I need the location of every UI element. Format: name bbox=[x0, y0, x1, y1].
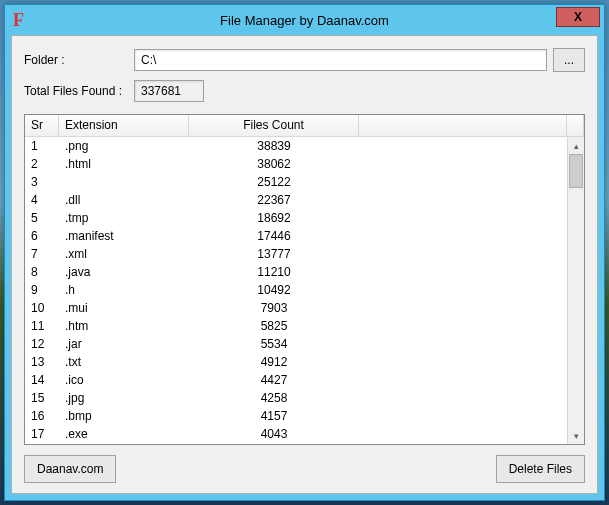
cell-files-count: 11210 bbox=[189, 263, 359, 281]
cell-extension: .tmp bbox=[59, 209, 189, 227]
cell-sr: 11 bbox=[25, 317, 59, 335]
cell-extension: .png bbox=[59, 137, 189, 155]
cell-sr: 4 bbox=[25, 191, 59, 209]
cell-sr: 9 bbox=[25, 281, 59, 299]
table-row[interactable]: 14.ico4427 bbox=[25, 371, 567, 389]
total-row: Total Files Found : 337681 bbox=[24, 80, 585, 102]
cell-extension: .java bbox=[59, 263, 189, 281]
cell-extension: .dll bbox=[59, 191, 189, 209]
cell-extension: .manifest bbox=[59, 227, 189, 245]
table-row[interactable]: 7.xml13777 bbox=[25, 245, 567, 263]
cell-files-count: 5534 bbox=[189, 335, 359, 353]
cell-files-count: 17446 bbox=[189, 227, 359, 245]
cell-files-count: 4427 bbox=[189, 371, 359, 389]
cell-files-count: 10492 bbox=[189, 281, 359, 299]
table-row[interactable]: 4.dll22367 bbox=[25, 191, 567, 209]
cell-files-count: 4258 bbox=[189, 389, 359, 407]
app-icon: F bbox=[13, 10, 33, 30]
titlebar[interactable]: F File Manager by Daanav.com X bbox=[5, 5, 604, 35]
chevron-up-icon: ▴ bbox=[574, 141, 579, 151]
cell-files-count: 22367 bbox=[189, 191, 359, 209]
cell-extension: .htm bbox=[59, 317, 189, 335]
folder-row: Folder : ... bbox=[24, 48, 585, 72]
cell-files-count: 7903 bbox=[189, 299, 359, 317]
cell-files-count: 4043 bbox=[189, 425, 359, 443]
table-row[interactable]: 13.txt4912 bbox=[25, 353, 567, 371]
table-row[interactable]: 17.exe4043 bbox=[25, 425, 567, 443]
cell-files-count: 18692 bbox=[189, 209, 359, 227]
bottom-bar: Daanav.com Delete Files bbox=[24, 455, 585, 483]
column-header-files-count[interactable]: Files Count bbox=[189, 115, 359, 136]
cell-files-count: 38839 bbox=[189, 137, 359, 155]
cell-extension: .ico bbox=[59, 371, 189, 389]
table-row[interactable]: 325122 bbox=[25, 173, 567, 191]
cell-files-count: 4912 bbox=[189, 353, 359, 371]
cell-sr: 16 bbox=[25, 407, 59, 425]
cell-extension: .bmp bbox=[59, 407, 189, 425]
cell-sr: 15 bbox=[25, 389, 59, 407]
table-row[interactable]: 10.mui7903 bbox=[25, 299, 567, 317]
scroll-up-button[interactable]: ▴ bbox=[568, 137, 584, 154]
listview-body: 1.png388392.html380623251224.dll223675.t… bbox=[25, 137, 584, 444]
table-row[interactable]: 8.java11210 bbox=[25, 263, 567, 281]
cell-extension: .html bbox=[59, 155, 189, 173]
cell-files-count: 25122 bbox=[189, 173, 359, 191]
table-row[interactable]: 15.jpg4258 bbox=[25, 389, 567, 407]
cell-sr: 14 bbox=[25, 371, 59, 389]
listview-header: Sr Extension Files Count bbox=[25, 115, 584, 137]
table-row[interactable]: 5.tmp18692 bbox=[25, 209, 567, 227]
table-row[interactable]: 11.htm5825 bbox=[25, 317, 567, 335]
total-files-value: 337681 bbox=[134, 80, 204, 102]
cell-extension: .txt bbox=[59, 353, 189, 371]
cell-sr: 3 bbox=[25, 173, 59, 191]
cell-sr: 7 bbox=[25, 245, 59, 263]
total-files-label: Total Files Found : bbox=[24, 84, 134, 98]
table-row[interactable]: 1.png38839 bbox=[25, 137, 567, 155]
column-header-extension[interactable]: Extension bbox=[59, 115, 189, 136]
table-row[interactable]: 6.manifest17446 bbox=[25, 227, 567, 245]
column-header-scroll-gap bbox=[567, 115, 584, 136]
cell-files-count: 13777 bbox=[189, 245, 359, 263]
cell-sr: 13 bbox=[25, 353, 59, 371]
browse-button[interactable]: ... bbox=[553, 48, 585, 72]
app-window: F File Manager by Daanav.com X Folder : … bbox=[4, 4, 605, 501]
column-header-sr[interactable]: Sr bbox=[25, 115, 59, 136]
cell-files-count: 5825 bbox=[189, 317, 359, 335]
cell-sr: 6 bbox=[25, 227, 59, 245]
extensions-listview[interactable]: Sr Extension Files Count 1.png388392.htm… bbox=[24, 114, 585, 445]
cell-sr: 12 bbox=[25, 335, 59, 353]
cell-extension: .exe bbox=[59, 425, 189, 443]
table-row[interactable]: 12.jar5534 bbox=[25, 335, 567, 353]
cell-extension: .jpg bbox=[59, 389, 189, 407]
cell-extension bbox=[59, 173, 189, 191]
table-row[interactable]: 16.bmp4157 bbox=[25, 407, 567, 425]
folder-input[interactable] bbox=[134, 49, 547, 71]
cell-sr: 1 bbox=[25, 137, 59, 155]
chevron-down-icon: ▾ bbox=[574, 431, 579, 441]
column-header-spacer bbox=[359, 115, 567, 136]
delete-files-button[interactable]: Delete Files bbox=[496, 455, 585, 483]
cell-sr: 17 bbox=[25, 425, 59, 443]
vertical-scrollbar[interactable]: ▴ ▾ bbox=[567, 137, 584, 444]
cell-extension: .h bbox=[59, 281, 189, 299]
table-row[interactable]: 2.html38062 bbox=[25, 155, 567, 173]
cell-extension: .jar bbox=[59, 335, 189, 353]
cell-sr: 8 bbox=[25, 263, 59, 281]
cell-extension: .mui bbox=[59, 299, 189, 317]
folder-label: Folder : bbox=[24, 53, 134, 67]
daanav-link-button[interactable]: Daanav.com bbox=[24, 455, 116, 483]
cell-extension: .xml bbox=[59, 245, 189, 263]
cell-files-count: 38062 bbox=[189, 155, 359, 173]
window-title: File Manager by Daanav.com bbox=[5, 13, 604, 28]
table-row[interactable]: 9.h10492 bbox=[25, 281, 567, 299]
client-area: Folder : ... Total Files Found : 337681 … bbox=[11, 35, 598, 494]
cell-files-count: 4157 bbox=[189, 407, 359, 425]
scroll-down-button[interactable]: ▾ bbox=[568, 427, 584, 444]
cell-sr: 5 bbox=[25, 209, 59, 227]
close-button[interactable]: X bbox=[556, 7, 600, 27]
cell-sr: 2 bbox=[25, 155, 59, 173]
scroll-thumb[interactable] bbox=[569, 154, 583, 188]
cell-sr: 10 bbox=[25, 299, 59, 317]
